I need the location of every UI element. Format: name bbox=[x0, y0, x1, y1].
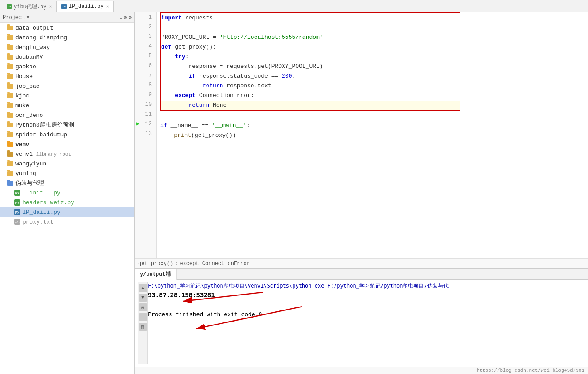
code-line-7: if response.status_code == 200: bbox=[161, 71, 460, 81]
sidebar-item-label: wangyiyun bbox=[15, 161, 46, 167]
folder-icon bbox=[7, 123, 13, 127]
line-num-7: 7 bbox=[135, 71, 156, 80]
sidebar-item-yuming[interactable]: yuming bbox=[0, 168, 134, 178]
sidebar-item-House[interactable]: House bbox=[0, 71, 134, 81]
bottom-text-area: F:\python_学习笔记\python爬虫项目\venv1\Scripts\… bbox=[148, 282, 584, 364]
sidebar-item-python3[interactable]: Python3爬虫房价预测 bbox=[0, 120, 134, 130]
sidebar-item-dazong_dianping[interactable]: dazong_dianping bbox=[0, 33, 134, 42]
bottom-tab-output[interactable]: y/output端 bbox=[135, 269, 177, 280]
line-num-10: 10 bbox=[135, 100, 156, 109]
sidebar-item-label: Python3爬虫房价预测 bbox=[15, 121, 74, 129]
sidebar-item-label: 伪装与代理 bbox=[15, 179, 44, 187]
cloud-icon[interactable]: ☁ bbox=[119, 15, 122, 20]
code-line-9: except ConnectionError: bbox=[161, 91, 460, 101]
sidebar-item-ocr_demo[interactable]: ocr_demo bbox=[0, 110, 134, 120]
svg-line-1 bbox=[183, 292, 263, 301]
py-file-icon: py bbox=[14, 190, 20, 196]
line-num-4: 4 bbox=[135, 41, 156, 51]
tab-yibu[interactable]: py yibu代理.py ✕ bbox=[2, 1, 57, 12]
code-line-12: if __name__ == '__main__': bbox=[160, 121, 588, 131]
sidebar-item-label: denglu_way bbox=[15, 44, 50, 51]
sidebar-item-data_output[interactable]: data_output bbox=[0, 23, 134, 33]
run-arrow-icon[interactable]: ▶ bbox=[136, 119, 139, 129]
code-line-8: return response.text bbox=[161, 81, 460, 91]
tab-ip-daili-label: IP_daili.py bbox=[68, 4, 103, 10]
sidebar-item-label: headers_weiz.py bbox=[23, 199, 74, 206]
line-num-2: 2 bbox=[135, 22, 156, 32]
sidebar-item-label: venv1 library root bbox=[15, 151, 71, 157]
folder-icon bbox=[7, 55, 13, 60]
sidebar-header-icons: ☁ ⚙ ⚙ bbox=[119, 15, 132, 20]
sidebar-item-IP_daili[interactable]: py IP_daili.py bbox=[0, 207, 134, 217]
code-line-4: def get_proxy(): bbox=[161, 42, 460, 52]
folder-icon bbox=[7, 113, 13, 118]
code-content[interactable]: import requests PROXY_POOL_URL = 'http:/… bbox=[157, 12, 588, 258]
folder-icon bbox=[7, 35, 13, 40]
sidebar-item-kjpc[interactable]: kjpc bbox=[0, 91, 134, 101]
bottom-panel: y/output端 ▲ ▼ ⊟ ≡ 🗑 F:\python_学习笔记\pytho… bbox=[135, 268, 588, 374]
keyword-import: import bbox=[161, 13, 182, 23]
breadcrumb-item-1: get_proxy() bbox=[138, 261, 173, 267]
code-editor[interactable]: 1 2 3 4 5 6 7 8 9 10 11 ▶ 12 13 bbox=[135, 12, 588, 258]
line-num-1: 1 bbox=[135, 12, 156, 22]
line-num-11: 11 bbox=[135, 109, 156, 119]
scroll-up-icon[interactable]: ▲ bbox=[139, 284, 147, 292]
sidebar-item-label: spider_baidutup bbox=[15, 131, 67, 138]
txt-file-icon: txt bbox=[14, 219, 20, 225]
bottom-left-toolbar: ▲ ▼ ⊟ ≡ 🗑 bbox=[138, 282, 148, 364]
sidebar-item-spider_baidutup[interactable]: spider_baidutup bbox=[0, 130, 134, 139]
sidebar-item-label: venv bbox=[15, 141, 29, 148]
scroll-down-icon[interactable]: ▼ bbox=[139, 294, 147, 302]
tab-yibu-close[interactable]: ✕ bbox=[49, 4, 52, 9]
py-file-icon: py bbox=[14, 209, 20, 215]
sidebar-dropdown-icon[interactable]: ▼ bbox=[26, 15, 29, 20]
code-line-11 bbox=[160, 111, 588, 121]
sidebar-item-weizhuang[interactable]: 伪装与代理 bbox=[0, 178, 134, 188]
sidebar-item-headers_weiz[interactable]: py headers_weiz.py bbox=[0, 198, 134, 207]
line-num-6: 6 bbox=[135, 61, 156, 71]
sidebar-item-proxy_txt[interactable]: txt proxy.txt bbox=[0, 217, 134, 227]
py-file-icon: py bbox=[14, 199, 20, 206]
sidebar-header: Project ▼ ☁ ⚙ ⚙ bbox=[0, 12, 134, 23]
code-line-13: print(get_proxy()) bbox=[160, 131, 588, 140]
folder-icon bbox=[7, 64, 13, 69]
breadcrumb-separator: › bbox=[175, 261, 178, 267]
tab-ip-daili[interactable]: py IP_daili.py ✕ bbox=[57, 1, 113, 12]
sidebar-title: Project bbox=[3, 15, 25, 21]
sidebar-item-denglu_way[interactable]: denglu_way bbox=[0, 42, 134, 52]
settings-icon-1[interactable]: ⚙ bbox=[124, 15, 127, 20]
sidebar-item-label: job_pac bbox=[15, 83, 40, 90]
sidebar-item-label: kjpc bbox=[15, 93, 29, 99]
editor-container: 1 2 3 4 5 6 7 8 9 10 11 ▶ 12 13 bbox=[135, 12, 588, 374]
sidebar-item-venv[interactable]: venv bbox=[0, 139, 134, 149]
settings-icon[interactable]: ≡ bbox=[139, 313, 147, 321]
sidebar-item-doubanMV[interactable]: doubanMV bbox=[0, 52, 134, 62]
code-line-5: try: bbox=[161, 52, 460, 62]
line-num-13: 13 bbox=[135, 129, 156, 138]
sidebar-item-init[interactable]: py __init__.py bbox=[0, 188, 134, 198]
sidebar-item-label: proxy.txt bbox=[23, 219, 53, 225]
sidebar-item-muke[interactable]: muke bbox=[0, 101, 134, 110]
tab-bar: py yibu代理.py ✕ py IP_daili.py ✕ bbox=[0, 0, 588, 12]
sidebar-item-gaokao[interactable]: gaokao bbox=[0, 62, 134, 71]
filter-icon[interactable]: ⊟ bbox=[139, 303, 147, 311]
annotation-arrow bbox=[174, 288, 271, 314]
bottom-tabs: y/output端 bbox=[135, 269, 588, 280]
trash-icon[interactable]: 🗑 bbox=[139, 323, 147, 331]
bottom-content: ▲ ▼ ⊟ ≡ 🗑 F:\python_学习笔记\python爬虫项目\venv… bbox=[135, 280, 588, 367]
sidebar-item-job_pac[interactable]: job_pac bbox=[0, 81, 134, 91]
line-numbers: 1 2 3 4 5 6 7 8 9 10 11 ▶ 12 13 bbox=[135, 12, 157, 258]
sidebar-item-wangyiyun[interactable]: wangyiyun bbox=[0, 159, 134, 168]
line-num-9: 9 bbox=[135, 90, 156, 100]
folder-icon bbox=[7, 94, 13, 98]
sidebar-item-venv1[interactable]: venv1 library root bbox=[0, 149, 134, 159]
ip-daili-file-icon: py bbox=[61, 4, 67, 9]
code-line-10: return None bbox=[161, 101, 460, 110]
output-section: 93.87.28.158:53281 bbox=[148, 292, 584, 299]
tab-ip-daili-close[interactable]: ✕ bbox=[106, 4, 109, 9]
folder-icon bbox=[7, 103, 13, 108]
settings-icon-2[interactable]: ⚙ bbox=[128, 15, 132, 20]
line-num-3: 3 bbox=[135, 32, 156, 41]
folder-blue-icon bbox=[7, 181, 13, 186]
code-line-3: PROXY_POOL_URL = 'http://localhost:5555/… bbox=[161, 33, 460, 42]
